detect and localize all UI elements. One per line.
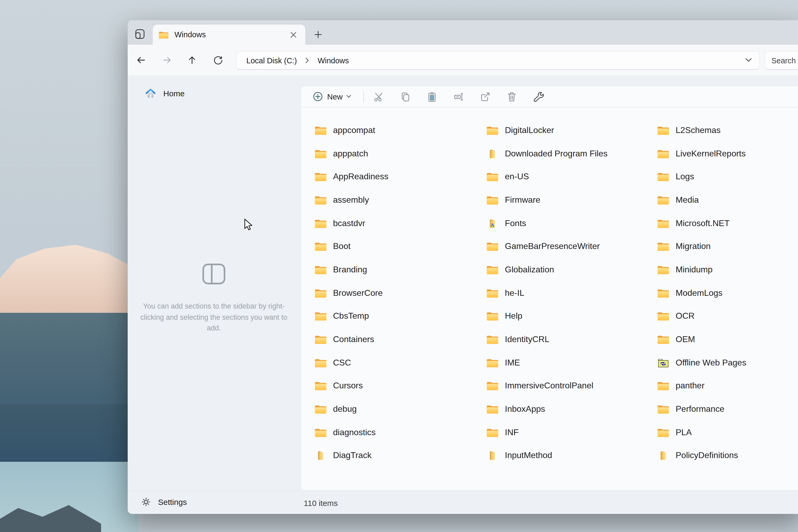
file-item[interactable]: he-IL	[473, 281, 644, 305]
file-item[interactable]: Downloaded Program Files	[473, 142, 644, 165]
file-item-label: ModemLogs	[676, 288, 722, 298]
file-item[interactable]: Boot	[301, 235, 473, 258]
file-item-label: Containers	[333, 335, 374, 344]
file-item[interactable]: Cursors	[301, 374, 473, 397]
forward-button[interactable]	[158, 52, 175, 69]
file-item[interactable]: Help	[473, 305, 644, 328]
folder-fonts-icon: A	[486, 218, 498, 228]
mouse-cursor	[244, 218, 254, 232]
folder-side-icon	[486, 451, 498, 460]
file-item[interactable]: CSC	[301, 351, 473, 374]
file-item[interactable]: Offline Web Pages	[644, 351, 798, 374]
share-button[interactable]	[476, 88, 494, 106]
file-item[interactable]: IdentityCRL	[473, 328, 644, 351]
file-item[interactable]: LiveKernelReports	[644, 142, 798, 165]
file-item[interactable]: IME	[473, 351, 644, 374]
tab-windows[interactable]: Windows	[153, 24, 305, 45]
cut-button[interactable]	[370, 88, 388, 106]
file-item-label: AppReadiness	[333, 172, 388, 182]
new-tab-button[interactable]	[311, 28, 326, 41]
file-item[interactable]: Branding	[301, 258, 473, 281]
properties-wrench-button[interactable]	[529, 88, 547, 106]
file-item[interactable]: BrowserCore	[301, 281, 473, 305]
paste-button[interactable]	[423, 88, 441, 106]
file-item-label: ImmersiveControlPanel	[505, 381, 593, 391]
file-item-label: Microsoft.NET	[676, 218, 730, 228]
file-item[interactable]: panther	[644, 374, 798, 397]
file-item[interactable]: diagnostics	[301, 421, 473, 444]
file-item-label: OEM	[676, 335, 695, 344]
delete-button[interactable]	[503, 88, 521, 106]
navigation-bar: Local Disk (C:) Windows	[128, 45, 798, 76]
address-bar[interactable]: Local Disk (C:) Windows	[236, 51, 760, 70]
folder-icon	[657, 381, 669, 391]
chevron-down-icon	[346, 95, 351, 98]
file-item[interactable]: appcompat	[301, 119, 473, 142]
sidebar-empty-state: You can add sections to the sidebar by r…	[139, 263, 288, 334]
plus-icon	[315, 31, 322, 38]
file-item-label: Downloaded Program Files	[505, 149, 608, 158]
breadcrumb-drive[interactable]: Local Disk (C:)	[242, 55, 301, 66]
wallpaper-bottom-strip	[128, 514, 798, 532]
file-item[interactable]: debug	[301, 398, 473, 421]
file-item[interactable]: AppReadiness	[301, 165, 473, 188]
file-item[interactable]: DiagTrack	[301, 444, 473, 467]
file-explorer-window: Windows	[128, 20, 798, 514]
folder-icon	[657, 126, 669, 135]
new-button[interactable]: New	[308, 88, 356, 105]
file-item[interactable]: Performance	[644, 398, 798, 421]
folder-icon	[315, 195, 327, 205]
file-item[interactable]: L2Schemas	[644, 119, 798, 142]
file-item[interactable]: bcastdvr	[301, 212, 473, 235]
file-item-label: Offline Web Pages	[676, 358, 746, 367]
file-item[interactable]: Globalization	[473, 258, 644, 281]
file-item[interactable]: Containers	[301, 328, 473, 351]
search-box[interactable]	[764, 51, 798, 70]
file-item-label: DigitalLocker	[505, 126, 554, 135]
file-item-label: CbsTemp	[333, 311, 369, 321]
sidebar-settings-label: Settings	[158, 497, 187, 506]
file-item[interactable]: InputMethod	[473, 444, 644, 467]
folder-icon	[315, 381, 327, 391]
tab-list-button[interactable]	[133, 27, 147, 41]
folder-icon	[315, 404, 327, 414]
file-item[interactable]: CbsTemp	[301, 305, 473, 328]
tab-close-button[interactable]	[287, 28, 300, 41]
file-item[interactable]: Logs	[644, 165, 798, 188]
refresh-button[interactable]	[210, 52, 227, 69]
rename-button[interactable]	[450, 88, 468, 106]
file-item[interactable]: en-US	[473, 165, 644, 188]
file-item[interactable]: PLA	[644, 421, 798, 444]
file-item[interactable]: A Fonts	[473, 212, 644, 235]
file-item[interactable]: assembly	[301, 188, 473, 211]
folder-side-icon	[657, 451, 669, 460]
file-item[interactable]: ModemLogs	[644, 281, 798, 305]
sidebar-item-home[interactable]: Home	[139, 84, 288, 102]
breadcrumb-folder[interactable]: Windows	[314, 55, 353, 66]
file-item-label: Boot	[333, 242, 350, 251]
file-item[interactable]: OCR	[644, 305, 798, 328]
back-button[interactable]	[132, 52, 150, 69]
folder-icon	[486, 172, 498, 182]
address-dropdown-chevron-icon[interactable]	[745, 58, 752, 62]
file-item[interactable]: Firmware	[473, 188, 644, 211]
file-item[interactable]: Microsoft.NET	[644, 212, 798, 235]
file-item[interactable]: Media	[644, 188, 798, 211]
file-item-label: IME	[505, 358, 520, 367]
file-item[interactable]: Migration	[644, 235, 798, 258]
file-item[interactable]: apppatch	[301, 142, 473, 165]
file-item[interactable]: Minidump	[644, 258, 798, 281]
status-bar-items-count: 110 items	[304, 496, 338, 511]
copy-button[interactable]	[396, 88, 414, 106]
folder-icon	[315, 288, 327, 298]
search-input[interactable]	[772, 52, 798, 69]
file-item[interactable]: OEM	[644, 328, 798, 351]
file-item[interactable]: InboxApps	[473, 398, 644, 421]
file-item[interactable]: GameBarPresenceWriter	[473, 235, 644, 258]
sidebar-item-settings[interactable]: Settings	[135, 493, 289, 511]
file-item[interactable]: PolicyDefinitions	[644, 444, 798, 467]
file-item[interactable]: INF	[473, 421, 644, 444]
up-button[interactable]	[184, 52, 201, 69]
file-item[interactable]: ImmersiveControlPanel	[473, 374, 644, 397]
file-item[interactable]: DigitalLocker	[473, 119, 644, 142]
